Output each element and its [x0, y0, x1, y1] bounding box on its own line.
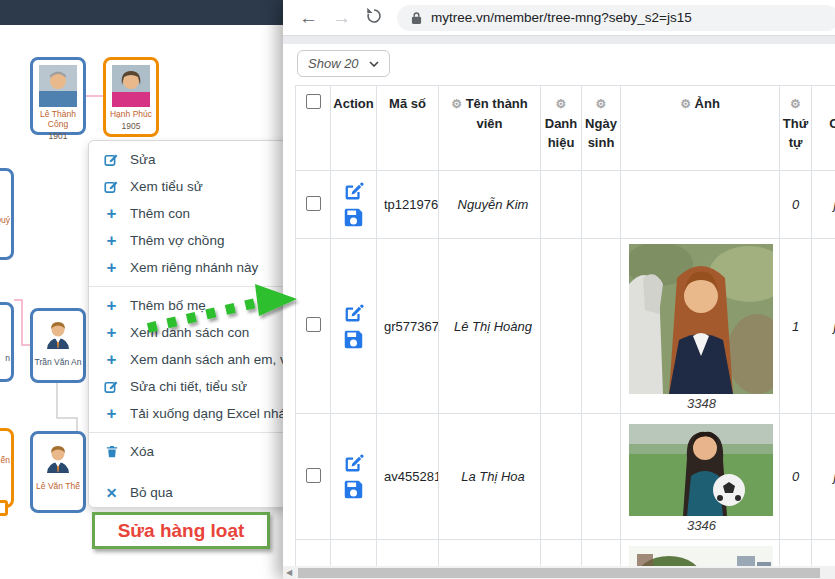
member-photo[interactable] — [629, 244, 773, 394]
row-checkbox[interactable] — [306, 196, 321, 211]
select-all-checkbox[interactable] — [306, 94, 321, 109]
menu-item-them-con[interactable]: + Thêm con — [89, 200, 287, 227]
male-avatar-icon — [41, 319, 75, 353]
person-year: 1905 — [106, 121, 156, 131]
edit-square-icon — [103, 152, 120, 167]
member-photo-cell: 3348 — [621, 239, 780, 414]
member-photo[interactable] — [629, 424, 773, 516]
photo-soccer-girl-placeholder — [629, 424, 773, 516]
horizontal-scrollbar[interactable]: ◀ — [283, 566, 835, 579]
row-checkbox[interactable] — [306, 317, 321, 332]
gear-icon[interactable]: ⚙ — [596, 97, 607, 111]
member-name[interactable]: La Thị Hoa — [439, 414, 541, 540]
tree-context-menu: Sửa Xem tiểu sử + Thêm con + Thêm vợ chồ… — [88, 140, 288, 508]
menu-item-xoa[interactable]: Xóa — [89, 438, 287, 465]
row-actions — [331, 297, 376, 356]
partial-person-card[interactable] — [0, 500, 8, 516]
header-dob-label: Ngày sinh — [585, 116, 617, 150]
page-top-strip — [283, 36, 835, 44]
header-name[interactable]: ⚙ Tên thành viên — [439, 86, 541, 171]
scrollbar-thumb[interactable] — [298, 568, 820, 578]
member-table: Action Mã số ⚙ Tên thành viên ⚙Danh hiệu… — [295, 85, 835, 579]
partial-person-card[interactable]: n — [0, 302, 14, 382]
gear-icon[interactable]: ⚙ — [790, 97, 801, 111]
partial-person-card[interactable]: Quý — [0, 168, 14, 260]
save-icon[interactable] — [343, 479, 364, 500]
close-icon: ✕ — [103, 485, 120, 501]
member-name[interactable]: Nguyễn Kim — [439, 171, 541, 239]
menu-item-tai-xuong-excel[interactable]: + Tải xuống dạng Excel nhánh — [89, 400, 287, 427]
menu-item-xem-tieu-su[interactable]: Xem tiểu sử — [89, 173, 287, 200]
menu-item-xem-rieng-nhanh[interactable]: + Xem riêng nhánh này — [89, 254, 287, 281]
menu-item-xem-danh-sach-con[interactable]: + Xem danh sách con — [89, 319, 287, 346]
member-code: tp121976 — [377, 171, 439, 239]
menu-item-label: Bỏ qua — [130, 485, 173, 500]
male-avatar-icon — [41, 443, 75, 477]
person-photo — [112, 65, 150, 107]
person-name: Trần Văn An — [33, 357, 83, 367]
edit-square-icon — [103, 179, 120, 194]
address-bar[interactable]: mytree.vn/member/tree-mng?seby_s2=js15 — [397, 5, 835, 31]
menu-item-label: Xem danh sách anh em, vợ ch — [130, 352, 288, 367]
save-icon[interactable] — [343, 207, 364, 228]
member-name[interactable]: Lê Thị Hoàng — [439, 239, 541, 414]
header-photo: ⚙ Ảnh — [621, 86, 780, 171]
menu-item-them-vo-chong[interactable]: + Thêm vợ chồng — [89, 227, 287, 254]
person-card-le-thanh-cong[interactable]: Lê Thành Công 1901 — [30, 57, 86, 135]
menu-item-sua-chi-tiet[interactable]: Sửa chi tiết, tiểu sử — [89, 373, 287, 400]
member-order: 1 — [780, 239, 812, 414]
gear-icon[interactable]: ⚙ — [556, 97, 567, 111]
member-photo-cell — [621, 171, 780, 239]
person-avatar — [33, 443, 83, 481]
menu-item-bo-qua[interactable]: ✕ Bỏ qua — [89, 479, 287, 506]
table-row: av455281 La Thị Hoa — [296, 414, 835, 540]
menu-item-label: Xóa — [130, 444, 154, 459]
table-row: gr577367 Lê Thị Hoàng — [296, 239, 835, 414]
page-size-select[interactable]: Show 20 — [297, 50, 390, 77]
edit-icon[interactable] — [343, 453, 364, 474]
header-name-label: Tên thành viên — [466, 96, 528, 131]
menu-item-them-bo-me[interactable]: + Thêm bố mẹ — [89, 292, 287, 319]
member-code: av455281 — [377, 414, 439, 540]
url-text: mytree.vn/member/tree-mng?seby_s2=js15 — [431, 10, 692, 25]
plus-icon: + — [103, 232, 120, 249]
menu-item-label: Sửa — [130, 152, 156, 167]
partial-person-card[interactable]: ến — [0, 428, 14, 508]
menu-item-xem-danh-sach-anh-em[interactable]: + Xem danh sách anh em, vợ ch — [89, 346, 287, 373]
header-father: ⚙Cha — [812, 86, 835, 171]
save-icon[interactable] — [343, 329, 364, 350]
member-order: 0 — [780, 414, 812, 540]
plus-icon: + — [103, 351, 120, 368]
reload-icon[interactable] — [365, 7, 383, 29]
edit-icon[interactable] — [343, 303, 364, 324]
member-code: gr577367 — [377, 239, 439, 414]
gear-icon[interactable]: ⚙ — [451, 97, 462, 111]
trash-icon — [103, 444, 120, 459]
header-order[interactable]: ⚙Thứ tự — [780, 86, 812, 171]
scroll-left-arrow-icon[interactable]: ◀ — [286, 568, 292, 577]
partial-name: Quý — [0, 215, 10, 225]
member-photo-cell: 3346 — [621, 414, 780, 540]
header-code[interactable]: Mã số — [377, 86, 439, 171]
gear-icon[interactable]: ⚙ — [680, 97, 691, 111]
forward-icon[interactable]: → — [332, 8, 351, 27]
menu-item-label: Sửa chi tiết, tiểu sử — [130, 379, 247, 394]
edit-icon[interactable] — [343, 181, 364, 202]
person-card-tran-van-an[interactable]: Trần Văn An — [30, 308, 86, 383]
person-card-hanh-phuc[interactable]: Hạnh Phúc 1905 — [103, 57, 159, 137]
member-title — [541, 171, 582, 239]
person-card-le-van-the[interactable]: Lê Văn Thế — [30, 431, 86, 513]
header-title-label: Danh hiệu — [545, 116, 578, 150]
person-avatar — [33, 319, 83, 357]
back-icon[interactable]: ← — [299, 8, 318, 27]
bulk-edit-annotation-box: Sửa hàng loạt — [92, 512, 270, 549]
photo-caption: 3348 — [629, 396, 774, 411]
row-checkbox[interactable] — [306, 468, 321, 483]
menu-item-sua[interactable]: Sửa — [89, 146, 287, 173]
photo-caption: 3346 — [629, 518, 774, 533]
header-father-label: Cha — [829, 116, 835, 131]
plus-icon: + — [103, 259, 120, 276]
menu-separator — [89, 286, 287, 287]
member-title — [541, 414, 582, 540]
plus-icon: + — [103, 405, 120, 422]
